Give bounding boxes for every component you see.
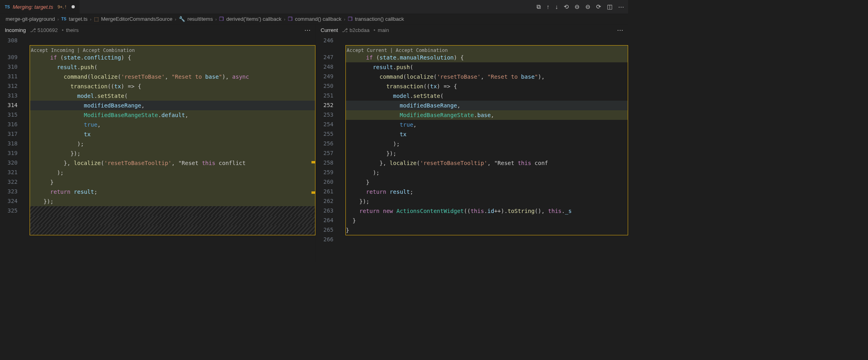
current-minimap[interactable] bbox=[620, 36, 628, 262]
code-line[interactable]: result.push( bbox=[30, 62, 315, 72]
accept-current-link[interactable]: Accept Current bbox=[347, 48, 387, 53]
incoming-editor[interactable]: 3083093103113123133143153163173183193203… bbox=[0, 36, 315, 262]
chevron-right-icon: › bbox=[58, 17, 59, 22]
code-line[interactable]: ); bbox=[346, 139, 628, 149]
code-line[interactable]: return result; bbox=[346, 187, 628, 197]
code-line[interactable]: }, localize('resetToBaseTooltip', "Reset… bbox=[346, 158, 628, 168]
cube-icon: ❒ bbox=[288, 16, 293, 22]
breadcrumb[interactable]: merge-git-playground › TS target.ts › ⬚ … bbox=[0, 14, 628, 24]
accept-combination-link[interactable]: Accept Combination bbox=[396, 48, 448, 53]
commit-icon: ⎇ bbox=[30, 27, 36, 33]
cube-icon: ❒ bbox=[348, 16, 353, 22]
incoming-merge-box: Accept Incoming | Accept Combination if … bbox=[30, 45, 315, 235]
refresh-icon[interactable]: ⟳ bbox=[596, 3, 601, 10]
tab-title: Merging: target.ts bbox=[13, 4, 53, 10]
code-line[interactable]: }); bbox=[30, 197, 315, 206]
current-gutter: 2462472482492502512522532542552562572582… bbox=[316, 36, 344, 262]
prev-diff-icon[interactable]: ⊖ bbox=[575, 3, 580, 10]
code-line[interactable]: command(localize('resetToBase', "Reset t… bbox=[346, 72, 628, 82]
ts-icon: TS bbox=[61, 17, 66, 21]
code-line[interactable] bbox=[30, 216, 315, 225]
crumb-fn3[interactable]: transaction() callback bbox=[355, 16, 404, 22]
accept-combination-link[interactable]: Accept Combination bbox=[83, 48, 135, 53]
current-more-button[interactable]: ⋯ bbox=[617, 26, 624, 34]
code-line[interactable]: }); bbox=[346, 149, 628, 158]
incoming-overview-ruler[interactable] bbox=[311, 36, 315, 262]
incoming-gutter: 3083093103113123133143153163173183193203… bbox=[0, 36, 28, 262]
chevron-right-icon: › bbox=[90, 17, 92, 22]
wrench-icon: 🔧 bbox=[179, 16, 185, 22]
chevron-right-icon: › bbox=[175, 17, 176, 22]
arrow-down-icon[interactable]: ↓ bbox=[555, 3, 559, 10]
code-line[interactable]: model.setState( bbox=[346, 91, 628, 101]
current-branch: main bbox=[371, 27, 389, 33]
cube-icon: ❒ bbox=[219, 16, 224, 22]
code-line[interactable]: modifiedBaseRange, bbox=[30, 101, 315, 110]
code-line[interactable]: return new ActionsContentWidget((this.id… bbox=[346, 206, 628, 216]
code-line[interactable]: result.push( bbox=[346, 62, 628, 72]
code-line[interactable]: ); bbox=[30, 139, 315, 149]
code-line[interactable]: }, localize('resetToBaseTooltip', "Reset… bbox=[30, 158, 315, 168]
code-line[interactable]: ); bbox=[30, 168, 315, 177]
more-icon[interactable]: ⋯ bbox=[618, 3, 624, 10]
modified-dot-icon bbox=[72, 5, 75, 8]
commit-icon: ⎇ bbox=[342, 27, 348, 33]
tab-problems-badge: 9+, ! bbox=[58, 4, 66, 9]
code-line[interactable]: command(localize('resetToBase', "Reset t… bbox=[30, 72, 315, 82]
crumb-folder[interactable]: merge-git-playground bbox=[6, 16, 55, 22]
crumb-class[interactable]: MergeEditorCommandsSource bbox=[101, 16, 172, 22]
current-editor[interactable]: 2462472482492502512522532542552562572582… bbox=[316, 36, 628, 262]
code-line[interactable]: ModifiedBaseRangeState.default, bbox=[30, 110, 315, 120]
code-line[interactable]: ModifiedBaseRangeState.base, bbox=[346, 110, 628, 120]
editor-tab-target[interactable]: TS Merging: target.ts 9+, ! bbox=[0, 0, 80, 14]
current-header: Current ⎇ b2cbdaa main ⋯ bbox=[316, 24, 628, 36]
code-line[interactable]: true, bbox=[346, 120, 628, 129]
chevron-right-icon: › bbox=[284, 17, 285, 22]
current-merge-box: Accept Current | Accept Combination if (… bbox=[345, 45, 628, 235]
next-diff-icon[interactable]: ⊖ bbox=[585, 3, 591, 10]
code-line[interactable] bbox=[345, 235, 628, 245]
code-line[interactable] bbox=[30, 235, 315, 245]
code-line[interactable]: } bbox=[346, 216, 628, 225]
incoming-commit[interactable]: 5100692 bbox=[38, 27, 58, 33]
chevron-right-icon: › bbox=[215, 17, 217, 22]
code-line[interactable]: } bbox=[346, 177, 628, 187]
code-line[interactable]: transaction((tx) => { bbox=[30, 82, 315, 91]
code-line[interactable]: tx bbox=[346, 129, 628, 139]
current-pane: Current ⎇ b2cbdaa main ⋯ 246247248249250… bbox=[316, 24, 628, 262]
incoming-code[interactable]: Accept Incoming | Accept Combination if … bbox=[28, 36, 315, 245]
current-commit[interactable]: b2cbdaa bbox=[349, 27, 369, 33]
split-editor-icon[interactable]: ◫ bbox=[607, 3, 613, 10]
code-line[interactable]: tx bbox=[30, 129, 315, 139]
code-line[interactable]: }); bbox=[346, 197, 628, 206]
incoming-pane: Incoming ⎇ 5100692 theirs ⋯ 308309310311… bbox=[0, 24, 316, 262]
accept-incoming-link[interactable]: Accept Incoming bbox=[31, 48, 74, 53]
code-line[interactable]: modifiedBaseRange, bbox=[346, 101, 628, 110]
incoming-title: Incoming bbox=[5, 27, 26, 33]
code-line[interactable]: ); bbox=[346, 168, 628, 177]
crumb-member[interactable]: resultItems bbox=[188, 16, 213, 22]
diff-layout-icon[interactable]: ⧉ bbox=[537, 3, 541, 10]
code-line[interactable]: transaction((tx) => { bbox=[346, 82, 628, 91]
code-line[interactable]: model.setState( bbox=[30, 91, 315, 101]
code-line[interactable]: true, bbox=[30, 120, 315, 129]
code-line[interactable] bbox=[345, 36, 628, 45]
code-line[interactable]: } bbox=[346, 225, 628, 235]
crumb-fn2[interactable]: command() callback bbox=[295, 16, 341, 22]
crumb-file[interactable]: target.ts bbox=[69, 16, 88, 22]
revert-icon[interactable]: ⟲ bbox=[564, 3, 569, 10]
incoming-more-button[interactable]: ⋯ bbox=[304, 26, 311, 34]
code-line[interactable] bbox=[30, 225, 315, 235]
current-code[interactable]: Accept Current | Accept Combination if (… bbox=[344, 36, 628, 245]
incoming-merge-actions: Accept Incoming | Accept Combination bbox=[31, 46, 135, 55]
editor-toolbar: ⧉ ↑ ↓ ⟲ ⊖ ⊖ ⟳ ◫ ⋯ bbox=[533, 3, 628, 10]
crumb-fn1[interactable]: derived('items') callback bbox=[226, 16, 281, 22]
arrow-up-icon[interactable]: ↑ bbox=[547, 3, 550, 10]
code-line[interactable] bbox=[30, 206, 315, 216]
code-line[interactable]: } bbox=[30, 177, 315, 187]
tab-bar: TS Merging: target.ts 9+, ! ⧉ ↑ ↓ ⟲ ⊖ ⊖ … bbox=[0, 0, 628, 14]
incoming-branch: theirs bbox=[59, 27, 78, 33]
code-line[interactable]: }); bbox=[30, 149, 315, 158]
code-line[interactable]: return result; bbox=[30, 187, 315, 197]
code-line[interactable] bbox=[30, 36, 315, 45]
